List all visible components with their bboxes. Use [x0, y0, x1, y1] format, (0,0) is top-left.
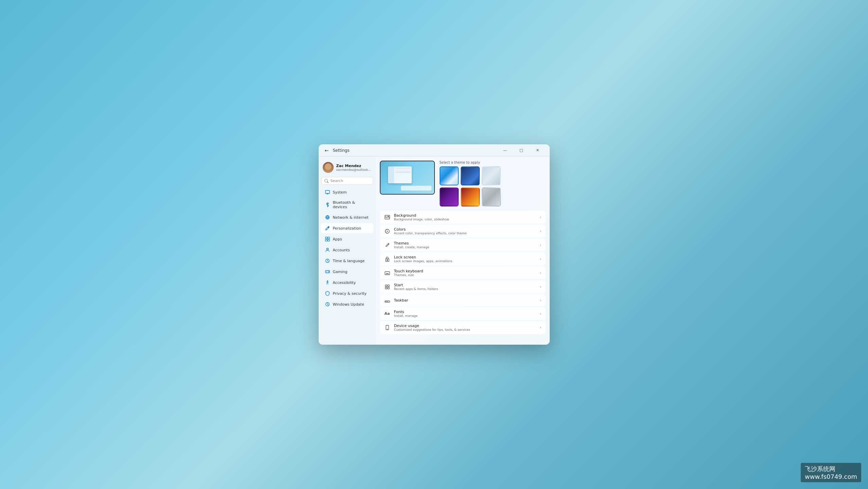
- close-button[interactable]: ✕: [530, 146, 546, 155]
- sidebar-label-bluetooth: Bluetooth & devices: [333, 200, 370, 209]
- titlebar-nav: ← Settings: [323, 146, 497, 155]
- bluetooth-icon: [325, 202, 330, 207]
- time-icon: [325, 258, 330, 264]
- user-info: Zac Mendez zacmendez@outlook.com: [336, 164, 372, 171]
- background-desc: Background image, color, slideshow: [394, 218, 537, 221]
- sidebar-item-system[interactable]: System: [321, 187, 374, 197]
- svg-rect-33: [388, 285, 389, 287]
- network-icon: [325, 215, 330, 220]
- privacy-icon: [325, 291, 330, 296]
- theme-preview: [380, 161, 435, 195]
- search-box[interactable]: Search: [321, 177, 373, 185]
- user-profile[interactable]: Zac Mendez zacmendez@outlook.com: [319, 159, 376, 177]
- theme-label: Select a theme to apply: [440, 161, 501, 164]
- background-name: Background: [394, 213, 537, 218]
- sidebar-item-update[interactable]: Windows Update: [321, 299, 374, 309]
- settings-item-background[interactable]: Background Background image, color, slid…: [380, 211, 546, 224]
- theme-option-4[interactable]: [440, 187, 459, 206]
- start-text: Start Recent apps & items, folders: [394, 283, 537, 291]
- sidebar-item-apps[interactable]: Apps: [321, 234, 374, 244]
- taskbar-chevron: ›: [540, 298, 541, 303]
- start-desc: Recent apps & items, folders: [394, 287, 537, 291]
- sidebar-item-personalization[interactable]: Personalization: [321, 223, 374, 233]
- deviceusage-text: Device usage Customized suggestions for …: [394, 324, 537, 331]
- start-icon: [384, 284, 391, 290]
- background-icon: [384, 214, 391, 221]
- start-chevron: ›: [540, 285, 541, 289]
- settings-item-start[interactable]: Start Recent apps & items, folders ›: [380, 280, 546, 293]
- svg-rect-6: [327, 237, 329, 239]
- settings-item-touchkeyboard[interactable]: Touch keyboard Themes, size ›: [380, 266, 546, 279]
- sidebar-label-apps: Apps: [333, 237, 342, 241]
- minimize-button[interactable]: —: [497, 146, 513, 155]
- watermark-line2: www.fs0749.com: [805, 473, 857, 480]
- touchkeyboard-name: Touch keyboard: [394, 269, 537, 273]
- theme-option-2[interactable]: [461, 166, 480, 185]
- theme-grid-container: Select a theme to apply: [440, 161, 501, 206]
- fonts-text: Fonts Install, manage: [394, 310, 537, 318]
- sidebar-label-update: Windows Update: [333, 302, 364, 307]
- lockscreen-text: Lock screen Lock screen images, apps, an…: [394, 255, 537, 263]
- svg-point-9: [326, 248, 328, 250]
- theme-option-3[interactable]: [482, 166, 501, 185]
- titlebar-controls: — □ ✕: [497, 146, 546, 155]
- svg-rect-32: [385, 285, 387, 287]
- settings-list: Background Background image, color, slid…: [380, 211, 546, 334]
- start-name: Start: [394, 283, 537, 287]
- sidebar-item-bluetooth[interactable]: Bluetooth & devices: [321, 198, 374, 212]
- window-content: Zac Mendez zacmendez@outlook.com Search: [319, 157, 550, 345]
- watermark: 飞沙系统网 www.fs0749.com: [801, 463, 861, 482]
- touchkeyboard-chevron: ›: [540, 271, 541, 275]
- taskbar-icon: [384, 297, 391, 304]
- themes-name: Themes: [394, 241, 537, 246]
- fonts-chevron: ›: [540, 311, 541, 316]
- update-icon: [325, 302, 330, 307]
- apps-icon: [325, 236, 330, 242]
- theme-option-6[interactable]: [482, 187, 501, 206]
- sidebar-item-time[interactable]: Time & language: [321, 256, 374, 266]
- svg-point-14: [328, 271, 329, 272]
- sidebar-item-accessibility[interactable]: Accessibility: [321, 277, 374, 288]
- back-button[interactable]: ←: [323, 146, 331, 155]
- settings-item-taskbar[interactable]: Taskbar ›: [380, 294, 546, 306]
- sidebar-item-network[interactable]: Network & internet: [321, 212, 374, 222]
- settings-item-fonts[interactable]: Aa Fonts Install, manage ›: [380, 307, 546, 320]
- fonts-desc: Install, manage: [394, 314, 537, 318]
- lockscreen-chevron: ›: [540, 257, 541, 261]
- fonts-icon: Aa: [384, 310, 391, 317]
- svg-point-24: [387, 259, 388, 260]
- fonts-name: Fonts: [394, 310, 537, 314]
- settings-item-colors[interactable]: Colors Accent color, transparency effect…: [380, 224, 546, 238]
- preview-content: [380, 161, 434, 194]
- settings-item-themes[interactable]: Themes Install, create, manage ›: [380, 238, 546, 252]
- deviceusage-icon: [384, 324, 391, 331]
- svg-point-15: [329, 272, 329, 272]
- themes-text: Themes Install, create, manage: [394, 241, 537, 249]
- theme-option-1[interactable]: [440, 166, 459, 185]
- theme-section: Select a theme to apply: [380, 161, 546, 206]
- deviceusage-desc: Customized suggestions for tips, tools, …: [394, 328, 537, 331]
- sidebar-item-gaming[interactable]: Gaming: [321, 267, 374, 277]
- settings-item-deviceusage[interactable]: Device usage Customized suggestions for …: [380, 321, 546, 334]
- colors-desc: Accent color, transparency effects, colo…: [394, 232, 537, 235]
- taskbar-name: Taskbar: [394, 298, 537, 303]
- svg-point-16: [327, 280, 328, 282]
- svg-point-21: [387, 231, 388, 232]
- theme-grid: [440, 166, 501, 206]
- sidebar-item-accounts[interactable]: Accounts: [321, 245, 374, 255]
- touchkeyboard-icon: [384, 270, 391, 276]
- sidebar-item-privacy[interactable]: Privacy & security: [321, 288, 374, 298]
- theme-option-5[interactable]: [461, 187, 480, 206]
- lockscreen-name: Lock screen: [394, 255, 537, 259]
- settings-item-lockscreen[interactable]: Lock screen Lock screen images, apps, an…: [380, 252, 546, 266]
- colors-icon: [384, 228, 391, 235]
- taskbar-text: Taskbar: [394, 298, 537, 303]
- svg-point-4: [328, 227, 329, 228]
- search-icon: [324, 179, 329, 183]
- colors-chevron: ›: [540, 229, 541, 233]
- svg-point-19: [388, 216, 389, 217]
- maximize-button[interactable]: □: [514, 146, 529, 155]
- sidebar-label-privacy: Privacy & security: [333, 291, 367, 296]
- main-content: Select a theme to apply: [376, 157, 550, 345]
- lockscreen-icon: [384, 256, 391, 262]
